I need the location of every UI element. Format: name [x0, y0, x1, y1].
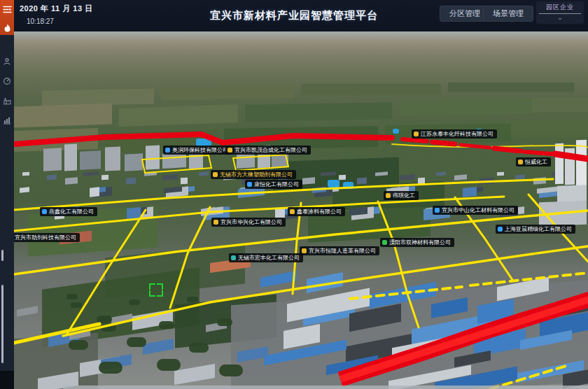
company-label-text: 宜兴市恒隆人造革有限公司: [309, 247, 376, 255]
company-icon: [231, 255, 236, 260]
app-window: 2020 年 11 月 13 日 10:18:27 宜兴市新材料产业园智慧管理平…: [0, 0, 588, 389]
road-line: [402, 139, 427, 141]
gauge-icon[interactable]: [0, 73, 14, 89]
company-icon: [498, 227, 503, 232]
company-label[interactable]: 溧阳市双神材料有限公司: [380, 238, 454, 247]
company-label-text: 康恒化工有限公司: [254, 181, 299, 188]
company-label-text: 宜兴市华兴化工有限公司: [220, 218, 282, 226]
road-line: [14, 134, 392, 144]
road-line: [470, 273, 588, 285]
road-line: [142, 155, 211, 173]
road-line: [340, 299, 588, 379]
company-label[interactable]: 鑫泰涂料有限公司: [288, 207, 345, 216]
company-label-text: 江苏永泰丰化纤科技有限公司: [421, 130, 493, 138]
menu-icon[interactable]: [0, 3, 14, 16]
dropdown-label: 园区企业: [538, 3, 582, 12]
company-label[interactable]: 宜兴市恒隆人造革有限公司: [300, 246, 379, 255]
company-label-text: 恒威化工: [525, 158, 547, 166]
bar-chart-icon[interactable]: [0, 113, 14, 128]
road-line: [525, 152, 552, 154]
sidebar-footer-block: [0, 371, 14, 389]
road-line: [494, 148, 521, 151]
company-label[interactable]: 无锡市宏丰化工有限公司: [229, 253, 303, 262]
header-bar: 2020 年 11 月 13 日 10:18:27 宜兴市新材料产业园智慧管理平…: [0, 0, 588, 31]
company-icon: [213, 172, 218, 177]
flame-icon[interactable]: [0, 22, 14, 36]
company-label-text: 鑫泰涂料有限公司: [297, 208, 342, 215]
company-label[interactable]: 奥润环保科技有限公司: [163, 146, 232, 155]
company-label[interactable]: 上海亚晨精细化工有限公司: [496, 225, 575, 234]
company-label-text: 宜兴市助剂科技有限公司: [15, 234, 76, 241]
company-icon: [518, 160, 523, 164]
company-label-text: 燕鑫化工有限公司: [49, 208, 94, 215]
company-icon: [386, 193, 391, 198]
sidebar-brand-block: [0, 0, 14, 35]
company-label[interactable]: 宜兴市凯茂合成化工有限公司: [225, 146, 311, 155]
company-icon: [435, 208, 440, 213]
company-label[interactable]: 无锡市方大橡塑助剂有限公司: [211, 170, 296, 179]
road-line: [233, 155, 288, 171]
company-icon: [290, 209, 295, 214]
road-line: [14, 324, 99, 343]
company-label-text: 伟琪化工: [393, 192, 415, 199]
company-label-text: 宜兴市凯茂合成化工有限公司: [234, 146, 307, 154]
map-bottom-strip: [63, 386, 588, 389]
company-label[interactable]: 康恒化工有限公司: [245, 180, 302, 189]
road-line: [67, 210, 146, 334]
company-icon: [302, 248, 307, 253]
company-label[interactable]: 燕鑫化工有限公司: [40, 207, 97, 216]
road-line: [378, 201, 419, 327]
company-label-text: 无锡市方大橡塑助剂有限公司: [220, 171, 293, 178]
scene-management-button[interactable]: 场景管理: [483, 6, 533, 22]
company-label[interactable]: 宜兴市华兴化工有限公司: [211, 218, 286, 227]
panel-handle[interactable]: [1, 285, 4, 363]
company-label-text: 宜兴市中山化工材料有限公司: [442, 206, 514, 214]
company-icon: [214, 220, 218, 225]
company-icon: [165, 148, 170, 153]
company-icon: [42, 209, 47, 214]
company-icon: [414, 132, 419, 136]
chevron-down-icon: ⌄: [538, 15, 582, 21]
company-label[interactable]: 宜兴市中山化工材料有限公司: [433, 206, 518, 215]
selection-brackets: [149, 283, 163, 297]
person-icon[interactable]: [0, 54, 14, 69]
road-line: [433, 142, 455, 144]
company-label-text: 上海亚晨精细化工有限公司: [505, 225, 572, 233]
company-icon: [247, 182, 252, 187]
company-icon: [227, 148, 232, 153]
road-line: [555, 154, 588, 159]
company-label[interactable]: 恒威化工: [516, 157, 551, 167]
company-label-text: 奥润环保科技有限公司: [172, 146, 228, 154]
company-icon: [382, 240, 387, 245]
panel-handle[interactable]: [1, 250, 4, 261]
company-label-text: 溧阳市双神材料有限公司: [389, 239, 451, 246]
factory-icon[interactable]: [0, 93, 14, 108]
company-label[interactable]: 宜兴市助剂科技有限公司: [14, 233, 80, 242]
park-enterprise-dropdown[interactable]: 园区企业 ⌄: [536, 1, 584, 24]
road-line: [170, 207, 210, 308]
company-label[interactable]: 江苏永泰丰化纤科技有限公司: [412, 129, 497, 139]
map-3d-view[interactable]: 奥润环保科技有限公司宜兴市凯茂合成化工有限公司无锡市方大橡塑助剂有限公司康恒化工…: [14, 31, 588, 389]
company-label-text: 无锡市宏丰化工有限公司: [238, 254, 300, 262]
company-label[interactable]: 伟琪化工: [384, 191, 419, 200]
